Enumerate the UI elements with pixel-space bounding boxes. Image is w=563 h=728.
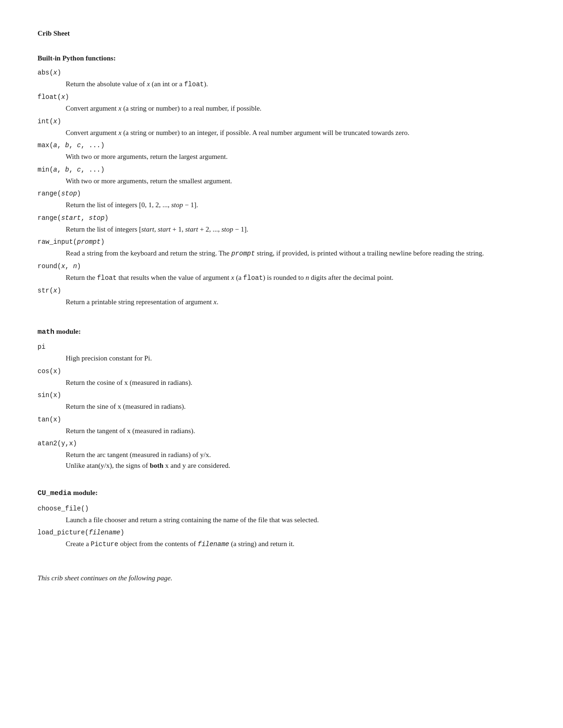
func-sig-float: float(x)	[38, 92, 525, 102]
func-desc-range-stop: Return the list of integers [0, 1, 2, ..…	[66, 200, 525, 210]
function-block-choose-file: choose_file() Launch a file chooser and …	[38, 504, 525, 525]
function-block-load-picture: load_picture(filename) Create a Picture …	[38, 528, 525, 549]
section-math: math module: pi High precision constant …	[38, 326, 525, 471]
func-sig-pi: pi	[38, 342, 525, 352]
func-sig-load-picture: load_picture(filename)	[38, 528, 525, 538]
function-block-range-start-stop: range(start, stop) Return the list of in…	[38, 213, 525, 235]
func-desc-pi: High precision constant for Pi.	[66, 353, 525, 364]
function-block-atan2: atan2(y,x) Return the arc tangent (measu…	[38, 439, 525, 471]
func-desc-min: With two or more arguments, return the s…	[66, 176, 525, 187]
func-sig-sin: sin(x)	[38, 390, 525, 400]
heading-label-cu-media: CU_media module:	[38, 489, 98, 496]
func-sig-max: max(a, b, c, ...)	[38, 141, 525, 150]
func-sig-range-stop: range(stop)	[38, 189, 525, 199]
func-desc-range-start-stop: Return the list of integers [start, star…	[66, 224, 525, 235]
func-desc-abs: Return the absolute value of x (an int o…	[66, 79, 525, 90]
heading-label-builtin: Built-in Python functions:	[38, 54, 116, 62]
func-desc-load-picture: Create a Picture object from the content…	[66, 539, 525, 549]
function-block-sin: sin(x) Return the sine of x (measured in…	[38, 390, 525, 412]
func-sig-int: int(x)	[38, 117, 525, 127]
function-block-pi: pi High precision constant for Pi.	[38, 342, 525, 364]
func-desc-float: Convert argument x (a string or number) …	[66, 103, 525, 114]
func-desc-round: Return the float that results when the v…	[66, 272, 525, 283]
page-container: Crib Sheet Built-in Python functions: ab…	[38, 28, 525, 584]
func-desc-sin: Return the sine of x (measured in radian…	[66, 401, 525, 412]
func-sig-round: round(x, n)	[38, 262, 525, 271]
section-heading-cu-media: CU_media module:	[38, 488, 525, 499]
func-desc-raw-input: Read a string from the keyboard and retu…	[66, 248, 525, 259]
section-heading-builtin: Built-in Python functions:	[38, 53, 525, 64]
func-sig-cos: cos(x)	[38, 367, 525, 376]
function-block-tan: tan(x) Return the tangent of x (measured…	[38, 415, 525, 436]
function-block-abs: abs(x) Return the absolute value of x (a…	[38, 68, 525, 90]
func-sig-tan: tan(x)	[38, 415, 525, 425]
page-title: Crib Sheet	[38, 28, 525, 39]
function-block-max: max(a, b, c, ...) With two or more argum…	[38, 141, 525, 162]
function-block-int: int(x) Convert argument x (a string or n…	[38, 117, 525, 138]
function-block-range-stop: range(stop) Return the list of integers …	[38, 189, 525, 210]
section-cu-media: CU_media module: choose_file() Launch a …	[38, 488, 525, 549]
func-desc-cos: Return the cosine of x (measured in radi…	[66, 377, 525, 388]
footer-note: This crib sheet continues on the followi…	[38, 573, 525, 584]
function-block-float: float(x) Convert argument x (a string or…	[38, 92, 525, 114]
func-sig-raw-input: raw_input(prompt)	[38, 237, 525, 247]
section-heading-math: math module:	[38, 326, 525, 338]
func-sig-str: str(x)	[38, 286, 525, 296]
func-sig-min: min(a, b, c, ...)	[38, 165, 525, 175]
func-desc-int: Convert argument x (a string or number) …	[66, 128, 525, 138]
func-desc-atan2: Return the arc tangent (measured in radi…	[66, 450, 525, 471]
function-block-min: min(a, b, c, ...) With two or more argum…	[38, 165, 525, 187]
heading-label-math: math module:	[38, 328, 81, 335]
func-sig-abs: abs(x)	[38, 68, 525, 78]
func-sig-range-start-stop: range(start, stop)	[38, 213, 525, 223]
func-desc-str: Return a printable string representation…	[66, 297, 525, 308]
section-builtin: Built-in Python functions: abs(x) Return…	[38, 53, 525, 308]
func-desc-tan: Return the tangent of x (measured in rad…	[66, 426, 525, 436]
func-desc-max: With two or more arguments, return the l…	[66, 151, 525, 162]
func-sig-atan2: atan2(y,x)	[38, 439, 525, 449]
func-desc-choose-file: Launch a file chooser and return a strin…	[66, 515, 525, 525]
function-block-raw-input: raw_input(prompt) Read a string from the…	[38, 237, 525, 259]
function-block-str: str(x) Return a printable string represe…	[38, 286, 525, 308]
function-block-round: round(x, n) Return the float that result…	[38, 262, 525, 283]
footer-text: This crib sheet continues on the followi…	[38, 574, 172, 582]
function-block-cos: cos(x) Return the cosine of x (measured …	[38, 367, 525, 388]
func-sig-choose-file: choose_file()	[38, 504, 525, 514]
